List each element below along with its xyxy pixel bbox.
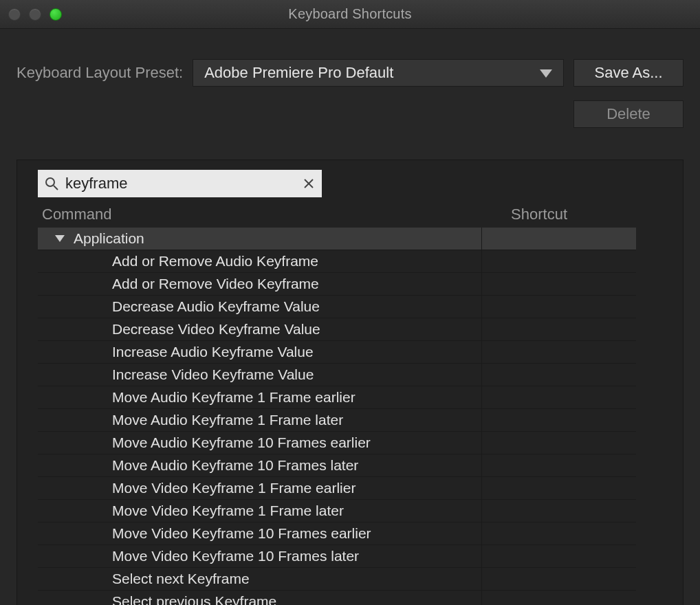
table-row[interactable]: Move Video Keyframe 1 Frame earlier (38, 477, 636, 500)
command-label: Select next Keyframe (112, 571, 481, 587)
shortcut-cell[interactable] (481, 522, 636, 544)
preset-label: Keyboard Layout Preset: (17, 64, 183, 82)
command-label: Move Audio Keyframe 1 Frame earlier (112, 389, 481, 406)
window-title: Keyboard Shortcuts (288, 6, 411, 22)
group-label: Application (74, 230, 481, 247)
shortcut-cell[interactable] (481, 477, 636, 499)
preset-row: Keyboard Layout Preset: Adobe Premiere P… (0, 29, 700, 87)
header-command: Command (42, 206, 111, 223)
table-row[interactable]: Increase Video Keyframe Value (38, 364, 636, 386)
table-row[interactable]: Move Audio Keyframe 1 Frame later (38, 409, 636, 432)
shortcut-cell[interactable] (481, 341, 636, 363)
table-row[interactable]: Move Audio Keyframe 10 Frames earlier (38, 432, 636, 454)
clear-icon[interactable] (303, 177, 315, 190)
table-row[interactable]: Decrease Video Keyframe Value (38, 318, 636, 341)
command-label: Move Audio Keyframe 1 Frame later (112, 412, 481, 428)
table-row[interactable]: Move Video Keyframe 10 Frames earlier (38, 522, 636, 545)
table-row[interactable]: Select next Keyframe (38, 568, 636, 591)
shortcut-cell[interactable] (481, 318, 636, 340)
delete-button[interactable]: Delete (573, 100, 683, 128)
preset-dropdown[interactable]: Adobe Premiere Pro Default (193, 59, 564, 87)
command-label: Move Video Keyframe 10 Frames earlier (112, 525, 481, 542)
shortcut-cell[interactable] (481, 432, 636, 454)
shortcut-cell[interactable] (481, 409, 636, 431)
shortcut-cell[interactable] (481, 250, 636, 272)
traffic-lights (8, 8, 62, 21)
preset-dropdown-value: Adobe Premiere Pro Default (204, 64, 393, 82)
search-box (38, 170, 322, 197)
table-row[interactable]: Increase Audio Keyframe Value (38, 341, 636, 364)
header-shortcut: Shortcut (511, 206, 567, 223)
shortcut-cell[interactable] (481, 228, 636, 250)
delete-label: Delete (606, 105, 650, 123)
shortcut-cell[interactable] (481, 568, 636, 590)
disclosure-triangle-icon[interactable] (52, 235, 68, 242)
table-row[interactable]: Decrease Audio Keyframe Value (38, 296, 636, 318)
shortcut-cell[interactable] (481, 386, 636, 408)
command-label: Increase Audio Keyframe Value (112, 344, 481, 360)
shortcuts-panel: Command Shortcut Application Add or Remo… (17, 160, 683, 605)
title-bar: Keyboard Shortcuts (0, 0, 700, 29)
shortcut-cell[interactable] (481, 364, 636, 386)
search-input[interactable] (65, 175, 296, 192)
table-row[interactable]: Move Audio Keyframe 1 Frame earlier (38, 386, 636, 409)
table-row[interactable]: Move Video Keyframe 10 Frames later (38, 545, 636, 568)
shortcuts-table: Application Add or Remove Audio Keyframe… (38, 228, 636, 605)
svg-line-2 (54, 186, 58, 190)
table-row[interactable]: Add or Remove Video Keyframe (38, 273, 636, 296)
command-label: Increase Video Keyframe Value (112, 366, 481, 383)
table-row[interactable]: Select previous Keyframe (38, 591, 636, 605)
table-row[interactable]: Move Audio Keyframe 10 Frames later (38, 454, 636, 477)
command-label: Add or Remove Audio Keyframe (112, 253, 481, 270)
command-label: Decrease Video Keyframe Value (112, 321, 481, 338)
svg-point-1 (46, 178, 54, 186)
table-headers: Command Shortcut (36, 206, 636, 226)
command-label: Move Audio Keyframe 10 Frames later (112, 457, 481, 474)
save-as-button[interactable]: Save As... (573, 59, 683, 87)
command-label: Move Video Keyframe 1 Frame earlier (112, 480, 481, 496)
svg-marker-5 (55, 235, 65, 242)
command-label: Move Video Keyframe 10 Frames later (112, 548, 481, 564)
shortcut-cell[interactable] (481, 591, 636, 605)
save-as-label: Save As... (594, 64, 662, 82)
shortcut-cell[interactable] (481, 545, 636, 567)
shortcut-cell[interactable] (481, 454, 636, 476)
window-minimize-button[interactable] (29, 8, 41, 21)
table-group-row[interactable]: Application (38, 228, 636, 250)
table-row[interactable]: Move Video Keyframe 1 Frame later (38, 500, 636, 522)
shortcut-cell[interactable] (481, 500, 636, 522)
window-close-button[interactable] (8, 8, 21, 21)
command-label: Decrease Audio Keyframe Value (112, 298, 481, 315)
table-row[interactable]: Add or Remove Audio Keyframe (38, 250, 636, 273)
command-label: Move Audio Keyframe 10 Frames earlier (112, 434, 481, 451)
window-zoom-button[interactable] (50, 8, 62, 21)
chevron-down-icon (540, 64, 552, 82)
command-label: Select previous Keyframe (112, 593, 481, 605)
shortcut-cell[interactable] (481, 296, 636, 318)
command-label: Add or Remove Video Keyframe (112, 276, 481, 292)
shortcut-cell[interactable] (481, 273, 636, 295)
svg-marker-0 (540, 69, 552, 78)
search-icon (45, 177, 58, 190)
command-label: Move Video Keyframe 1 Frame later (112, 503, 481, 519)
